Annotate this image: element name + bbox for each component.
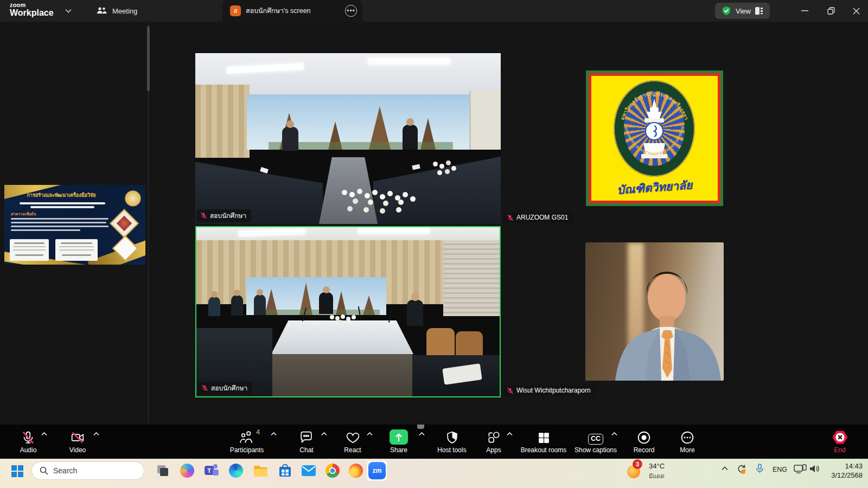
flower-garland bbox=[342, 190, 347, 195]
muted-mic-icon bbox=[507, 387, 514, 394]
file-explorer-icon[interactable] bbox=[252, 462, 269, 479]
taskbar-clock[interactable]: 14:43 3/12/2568 bbox=[831, 462, 863, 479]
ellipsis-icon bbox=[652, 428, 723, 445]
clock-time: 14:43 bbox=[831, 462, 863, 470]
language-indicator[interactable]: ENG bbox=[773, 466, 787, 473]
participant-name: ARUZOOM GS01 bbox=[516, 214, 568, 221]
curtain-wall bbox=[195, 85, 250, 158]
meeting-content-area: การสร้างและพัฒนาเครื่องมือวิจัย ค่าความเ… bbox=[0, 22, 868, 425]
taskbar-search-input[interactable]: Search bbox=[31, 461, 144, 480]
slide-text-line bbox=[11, 218, 108, 220]
tray-mic-icon[interactable] bbox=[755, 463, 764, 474]
shared-slide-thumbnail[interactable]: การสร้างและพัฒนาเครื่องมือวิจัย ค่าความเ… bbox=[4, 185, 145, 265]
video-tile-aruzoom[interactable]: มหาวิทยาลัยราชภัฏพระนครศรีอยุธยา PHRANAK… bbox=[502, 53, 807, 224]
seated-person bbox=[282, 127, 298, 151]
meeting-toolbar: Audio Video Participants 4 Chat React bbox=[0, 425, 868, 459]
seated-person bbox=[231, 295, 243, 316]
video-tile-room-bottom-active[interactable]: สอบนักศึกษา bbox=[195, 226, 501, 397]
slide-text-line bbox=[11, 222, 106, 223]
video-tile-room-top[interactable]: สอบนักศึกษา bbox=[195, 53, 501, 224]
flower-centerpiece bbox=[330, 315, 334, 319]
slide-diamond-photo bbox=[110, 209, 139, 238]
ceiling-light bbox=[358, 228, 430, 234]
slide-title: การสร้างและพัฒนาเครื่องมือวิจัย bbox=[4, 191, 118, 199]
weather-widget[interactable]: 34°C มีแดด bbox=[649, 462, 665, 481]
microsoft-store-icon[interactable] bbox=[276, 462, 293, 479]
tray-chevron-up-icon[interactable] bbox=[722, 466, 728, 471]
side-window bbox=[469, 91, 501, 150]
mail-icon[interactable] bbox=[300, 462, 317, 479]
floor bbox=[272, 354, 412, 396]
slide-table-right bbox=[55, 239, 98, 261]
windows-taskbar: Search T zm 3 34°C มีแดด bbox=[0, 459, 868, 488]
slide-text-line bbox=[11, 226, 108, 227]
view-button-label: View bbox=[736, 7, 751, 15]
temperature-text: 34°C bbox=[649, 462, 665, 470]
notification-badge[interactable]: 3 bbox=[633, 459, 642, 469]
zoom-app-icon[interactable]: zm bbox=[368, 462, 386, 479]
muted-mic-icon bbox=[507, 214, 514, 221]
ceiling-light bbox=[368, 58, 450, 65]
tab-options-ellipsis-icon[interactable]: ••• bbox=[345, 5, 357, 17]
start-button[interactable] bbox=[9, 463, 26, 480]
weather-text: มีแดด bbox=[649, 471, 665, 481]
paper bbox=[260, 167, 269, 174]
sync-status-icon[interactable] bbox=[736, 464, 747, 474]
window-blinds bbox=[443, 240, 500, 316]
shared-app-icon: ส bbox=[230, 5, 241, 16]
muted-camera-icon bbox=[42, 428, 113, 445]
seated-person bbox=[254, 294, 266, 315]
firefox-icon[interactable] bbox=[347, 462, 365, 479]
panel-scrollbar[interactable] bbox=[147, 26, 150, 91]
tab-meeting[interactable]: Meeting bbox=[91, 0, 143, 22]
video-tile-wisut[interactable]: Wisut Wichitputcharaporn bbox=[502, 226, 807, 397]
seated-person bbox=[319, 292, 333, 314]
search-placeholder: Search bbox=[53, 466, 77, 475]
slide-text-line bbox=[11, 229, 80, 231]
cast-device-icon[interactable] bbox=[794, 464, 807, 474]
window-minimize-button[interactable] bbox=[793, 0, 816, 22]
university-logo: มหาวิทยาลัยราชภัฏพระนครศรีอยุธยา PHRANAK… bbox=[586, 70, 723, 206]
tab-shared-screen[interactable]: ส สอบนักศึกษา's screen ••• bbox=[222, 0, 362, 22]
brand-workplace-text: Workplace bbox=[10, 9, 54, 17]
more-label: More bbox=[652, 446, 723, 454]
video-button[interactable]: Video bbox=[42, 428, 113, 454]
security-shield-icon bbox=[722, 6, 731, 16]
floor bbox=[319, 157, 378, 224]
teams-icon[interactable]: T bbox=[203, 462, 220, 479]
participant-name-tag: Wisut Wichitputcharaporn bbox=[503, 386, 596, 396]
zoom-window-titlebar: zoom Workplace Meeting ส สอบนักศึกษา's s… bbox=[0, 0, 868, 22]
tab-meeting-label: Meeting bbox=[112, 7, 137, 15]
copilot-icon[interactable] bbox=[178, 462, 196, 479]
speaker-icon[interactable] bbox=[809, 464, 820, 473]
slide-text-line bbox=[30, 206, 94, 208]
ayutthaya-mural bbox=[247, 94, 470, 150]
participant-name-tag: สอบนักศึกษา bbox=[198, 382, 252, 395]
search-icon bbox=[40, 466, 48, 475]
participants-group-icon bbox=[97, 7, 107, 15]
gallery-view-icon bbox=[755, 7, 763, 15]
brand-zoom-text: zoom bbox=[10, 2, 54, 8]
end-label: End bbox=[805, 446, 868, 454]
slide-emblem bbox=[125, 190, 141, 207]
logo-thai-ring-text: มหาวิทยาลัยราชภัฏพระนครศรีอยุธยา bbox=[619, 91, 690, 121]
end-meeting-button[interactable]: End bbox=[805, 428, 868, 454]
view-button[interactable]: View bbox=[715, 3, 770, 19]
flower-bouquet bbox=[433, 162, 438, 166]
muted-mic-icon bbox=[200, 212, 207, 219]
edge-icon[interactable] bbox=[227, 462, 245, 479]
more-button[interactable]: More bbox=[652, 428, 723, 454]
participant-name: Wisut Wichitputcharaporn bbox=[516, 387, 591, 394]
seated-person bbox=[407, 300, 423, 326]
ayutthaya-mural bbox=[246, 277, 386, 315]
participant-name: สอบนักศึกษา bbox=[211, 383, 247, 393]
seated-person bbox=[403, 125, 418, 150]
workspace-chevron-down-icon[interactable] bbox=[65, 9, 72, 13]
video-options-chevron-icon[interactable] bbox=[93, 432, 99, 436]
zoom-workplace-logo: zoom Workplace bbox=[10, 2, 54, 17]
chrome-icon[interactable] bbox=[324, 462, 341, 479]
task-view-button[interactable] bbox=[154, 462, 171, 479]
window-restore-button[interactable] bbox=[819, 0, 843, 22]
slide-table-left bbox=[10, 239, 49, 261]
window-close-button[interactable] bbox=[844, 0, 868, 22]
